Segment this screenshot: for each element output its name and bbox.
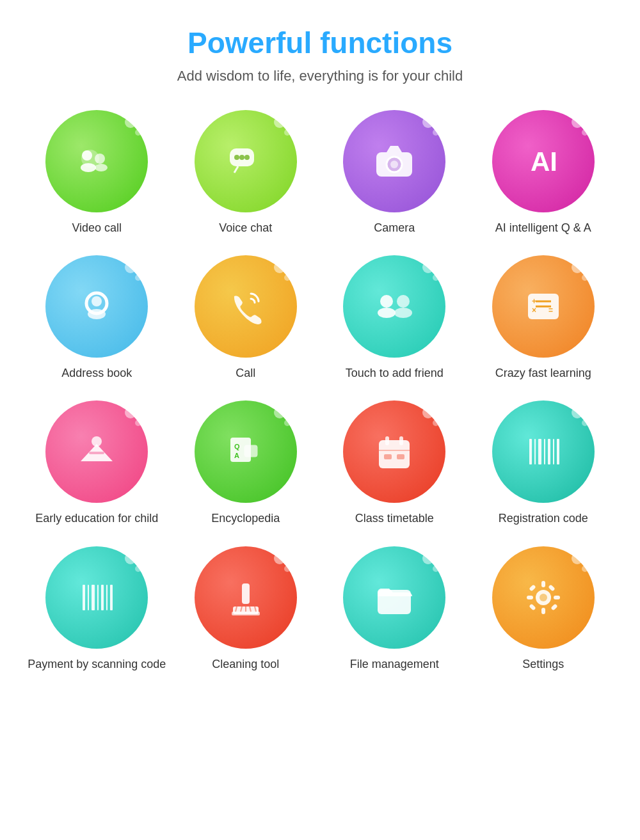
feature-item-video-call: Video call bbox=[26, 110, 168, 236]
svg-rect-60 bbox=[541, 608, 545, 614]
svg-rect-55 bbox=[232, 612, 260, 615]
svg-rect-52 bbox=[110, 585, 113, 610]
svg-rect-50 bbox=[101, 585, 104, 610]
svg-rect-64 bbox=[550, 603, 557, 610]
svg-text:AI: AI bbox=[531, 147, 557, 177]
svg-point-11 bbox=[390, 161, 398, 168]
svg-rect-47 bbox=[88, 585, 89, 610]
settings-label: Settings bbox=[522, 656, 564, 672]
svg-text:×: × bbox=[532, 306, 536, 315]
voice-chat-label: Voice chat bbox=[219, 220, 272, 236]
svg-rect-32 bbox=[244, 445, 257, 457]
svg-point-8 bbox=[244, 155, 250, 160]
svg-point-4 bbox=[95, 164, 108, 171]
feature-item-cleaning-tool: Cleaning tool bbox=[175, 546, 317, 672]
feature-item-encyclopedia: Q A Encyclopedia bbox=[175, 400, 317, 527]
feature-item-payment-scan: Payment by scanning code bbox=[26, 546, 168, 672]
svg-point-15 bbox=[88, 309, 106, 319]
svg-rect-43 bbox=[548, 439, 550, 464]
features-grid: Video call Voice chat Camera AI AI intel… bbox=[13, 110, 627, 672]
svg-rect-63 bbox=[529, 584, 536, 591]
svg-rect-66 bbox=[529, 603, 536, 610]
svg-rect-33 bbox=[379, 440, 410, 468]
address-book-icon[interactable] bbox=[45, 255, 148, 358]
svg-rect-41 bbox=[538, 439, 541, 464]
feature-item-early-edu: Early education for child bbox=[26, 400, 168, 527]
video-call-icon[interactable] bbox=[45, 110, 148, 212]
page-title: Powerful functions bbox=[188, 26, 452, 60]
encyclopedia-label: Encyclopedia bbox=[211, 511, 280, 527]
svg-rect-34 bbox=[385, 436, 389, 445]
feature-item-fast-learning: + - × = Crazy fast learning bbox=[472, 255, 615, 381]
cleaning-tool-label: Cleaning tool bbox=[212, 656, 279, 672]
svg-point-3 bbox=[95, 154, 105, 164]
feature-item-class-timetable: Class timetable bbox=[323, 400, 466, 527]
svg-text:A: A bbox=[234, 452, 239, 459]
svg-rect-42 bbox=[544, 439, 545, 464]
svg-rect-27 bbox=[89, 452, 104, 454]
svg-point-2 bbox=[81, 163, 96, 172]
feature-item-camera: Camera bbox=[323, 110, 466, 236]
payment-scan-label: Payment by scanning code bbox=[28, 656, 166, 672]
payment-scan-icon[interactable] bbox=[45, 546, 148, 649]
svg-text:Q: Q bbox=[234, 443, 240, 450]
cleaning-tool-icon[interactable] bbox=[195, 546, 297, 649]
file-management-icon[interactable] bbox=[343, 546, 445, 649]
svg-point-18 bbox=[397, 295, 410, 308]
registration-code-icon[interactable] bbox=[492, 400, 595, 503]
svg-rect-45 bbox=[557, 439, 559, 464]
call-label: Call bbox=[236, 365, 255, 381]
feature-item-address-book: Address book bbox=[26, 255, 168, 381]
encyclopedia-icon[interactable]: Q A bbox=[195, 400, 297, 503]
svg-point-28 bbox=[92, 436, 102, 447]
svg-text:-: - bbox=[548, 297, 551, 306]
svg-text:+: + bbox=[532, 297, 536, 306]
svg-rect-38 bbox=[397, 454, 404, 459]
class-timetable-label: Class timetable bbox=[355, 511, 434, 527]
svg-rect-46 bbox=[83, 585, 85, 610]
svg-rect-51 bbox=[106, 585, 108, 610]
svg-rect-65 bbox=[548, 584, 555, 591]
svg-rect-39 bbox=[529, 439, 532, 464]
add-friend-icon[interactable] bbox=[343, 255, 445, 358]
svg-rect-37 bbox=[384, 454, 392, 459]
page-subtitle: Add wisdom to life, everything is for yo… bbox=[177, 68, 463, 84]
feature-item-call: Call bbox=[175, 255, 317, 381]
svg-point-7 bbox=[239, 155, 244, 160]
svg-rect-53 bbox=[242, 583, 250, 604]
call-icon[interactable] bbox=[195, 255, 297, 358]
settings-icon[interactable] bbox=[492, 546, 595, 649]
feature-item-add-friend: Touch to add friend bbox=[323, 255, 466, 381]
voice-chat-icon[interactable] bbox=[195, 110, 297, 212]
svg-point-14 bbox=[92, 296, 102, 306]
feature-item-file-management: File management bbox=[323, 546, 466, 672]
svg-rect-35 bbox=[399, 436, 403, 445]
svg-point-17 bbox=[378, 308, 396, 318]
early-edu-label: Early education for child bbox=[35, 511, 158, 527]
early-edu-icon[interactable] bbox=[45, 400, 148, 503]
ai-qa-icon[interactable]: AI bbox=[492, 110, 595, 212]
feature-item-settings: Settings bbox=[472, 546, 615, 672]
svg-text:=: = bbox=[548, 306, 553, 315]
svg-rect-44 bbox=[553, 439, 554, 464]
svg-point-58 bbox=[540, 594, 547, 601]
feature-item-registration-code: Registration code bbox=[472, 400, 615, 527]
camera-label: Camera bbox=[374, 220, 415, 236]
feature-item-voice-chat: Voice chat bbox=[175, 110, 317, 236]
svg-rect-62 bbox=[554, 596, 560, 599]
class-timetable-icon[interactable] bbox=[343, 400, 445, 503]
fast-learning-label: Crazy fast learning bbox=[495, 365, 591, 381]
svg-rect-61 bbox=[527, 596, 533, 599]
ai-qa-label: AI intelligent Q & A bbox=[495, 220, 591, 236]
svg-rect-59 bbox=[541, 581, 545, 587]
address-book-label: Address book bbox=[61, 365, 132, 381]
svg-rect-49 bbox=[97, 585, 99, 610]
svg-point-6 bbox=[234, 155, 239, 160]
svg-rect-40 bbox=[534, 439, 536, 464]
fast-learning-icon[interactable]: + - × = bbox=[492, 255, 595, 358]
camera-icon[interactable] bbox=[343, 110, 445, 212]
feature-item-ai-qa: AI AI intelligent Q & A bbox=[472, 110, 615, 236]
svg-point-16 bbox=[380, 295, 393, 308]
video-call-label: Video call bbox=[72, 220, 122, 236]
file-management-label: File management bbox=[350, 656, 439, 672]
